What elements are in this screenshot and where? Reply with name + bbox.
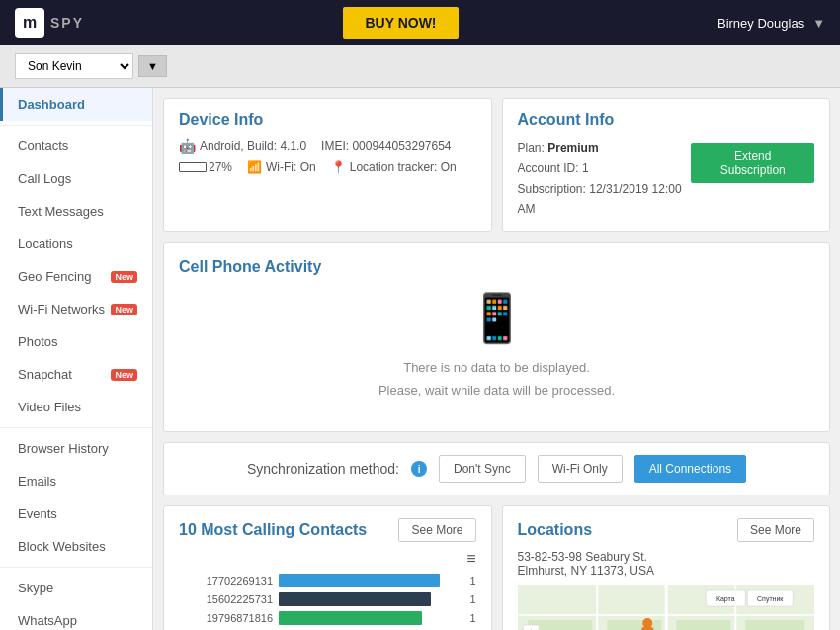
- no-data-line1: There is no data to be displayed.: [179, 356, 814, 379]
- sidebar-item-geo-fencing[interactable]: Geo Fencing New: [0, 260, 152, 293]
- sidebar-label-call-logs: Call Logs: [18, 171, 71, 186]
- extend-subscription-button[interactable]: Extend Subscription: [691, 143, 814, 183]
- chart-bar: [279, 574, 440, 587]
- user-menu[interactable]: Birney Douglas ▼: [717, 16, 825, 31]
- cell-activity-title: Cell Phone Activity: [179, 258, 814, 276]
- sidebar-item-wifi-networks[interactable]: Wi-Fi Networks New: [0, 293, 152, 325]
- device-info-details: 🤖 Android, Build: 4.1.0 IMEI: 0009440532…: [179, 138, 476, 154]
- hamburger-icon[interactable]: ≡: [179, 550, 476, 568]
- all-connections-button[interactable]: All Connections: [634, 455, 746, 483]
- address-line2: Elmhurst, NY 11373, USA: [518, 564, 815, 578]
- android-label: Android, Build: 4.1.0: [200, 139, 306, 153]
- chart-bar-container: [279, 592, 459, 606]
- content-area: Device Info 🤖 Android, Build: 4.1.0 IMEI…: [153, 88, 840, 630]
- imei-label: IMEI: 000944053297654: [321, 139, 451, 153]
- svg-point-26: [642, 618, 652, 628]
- account-info-card: Account Info Plan: Premium Account ID: 1…: [502, 98, 831, 232]
- calling-see-more-button[interactable]: See More: [398, 518, 475, 542]
- sync-card: Synchronization method: i Don't Sync Wi-…: [163, 442, 830, 495]
- location-address: 53-82-53-98 Seabury St. Elmhurst, NY 113…: [518, 550, 815, 578]
- sidebar-label-text-messages: Text Messages: [18, 204, 104, 219]
- imei-info: IMEI: 000944053297654: [321, 139, 451, 153]
- wifi-networks-badge: New: [111, 304, 137, 315]
- sidebar-item-events[interactable]: Events: [0, 497, 152, 530]
- wifi-icon: 📶: [247, 160, 262, 174]
- account-details: Plan: Premium Account ID: 1 Subscription…: [518, 138, 692, 220]
- snapchat-badge: New: [111, 369, 137, 381]
- sidebar-item-snapchat[interactable]: Snapchat New: [0, 358, 152, 391]
- top-row: Device Info 🤖 Android, Build: 4.1.0 IMEI…: [163, 98, 830, 232]
- sidebar-item-skype[interactable]: Skype: [0, 572, 152, 604]
- chart-label: 19796871816: [179, 612, 273, 624]
- sidebar-item-text-messages[interactable]: Text Messages: [0, 195, 152, 227]
- locations-card-header: Locations See More: [518, 518, 815, 542]
- location-info: 📍 Location tracker: On: [331, 160, 457, 174]
- sidebar-label-emails: Emails: [18, 474, 56, 489]
- wifi-info: 📶 Wi-Fi: On: [247, 160, 316, 174]
- map-container: + − Карта Спутник: [518, 585, 815, 630]
- chart-row: 17702269131 1: [179, 574, 476, 587]
- sidebar-label-video-files: Video Files: [18, 400, 81, 414]
- chart-value: 1: [464, 612, 476, 624]
- location-pin-icon: 📍: [331, 160, 346, 174]
- plan-value: Premium: [547, 141, 598, 155]
- sidebar-label-skype: Skype: [18, 581, 53, 595]
- address-line1: 53-82-53-98 Seabury St.: [518, 550, 815, 564]
- user-name: Birney Douglas: [717, 16, 804, 31]
- svg-text:Спутник: Спутник: [757, 595, 784, 603]
- svg-text:Карта: Карта: [715, 595, 734, 603]
- android-icon: 🤖: [179, 138, 196, 154]
- sidebar-label-contacts: Contacts: [18, 138, 68, 153]
- account-label: Account ID:: [518, 161, 579, 175]
- sidebar-item-whatsapp[interactable]: WhatsApp: [0, 604, 152, 630]
- chart-row: 15602225731 1: [179, 592, 476, 606]
- sidebar-item-contacts[interactable]: Contacts: [0, 130, 152, 162]
- sidebar-label-browser-history: Browser History: [18, 441, 109, 456]
- dont-sync-button[interactable]: Don't Sync: [439, 455, 526, 483]
- account-value: 1: [582, 161, 589, 175]
- sidebar-item-photos[interactable]: Photos: [0, 325, 152, 358]
- calling-contacts-card: 10 Most Calling Contacts See More ≡ 1770…: [163, 505, 492, 630]
- phone-icon: 📱: [179, 291, 814, 346]
- sidebar-item-browser-history[interactable]: Browser History: [0, 432, 152, 465]
- wifi-only-button[interactable]: Wi-Fi Only: [538, 455, 623, 483]
- subscription-label: Subscription:: [518, 182, 586, 196]
- location-label: Location tracker: On: [350, 160, 457, 174]
- device-selector[interactable]: Son Kevin: [15, 53, 133, 79]
- chart-bar-container: [279, 574, 459, 587]
- chart-bar: [279, 611, 422, 625]
- chart-value: 1: [464, 593, 476, 605]
- geo-fencing-badge: New: [111, 271, 137, 283]
- sidebar-item-video-files[interactable]: Video Files: [0, 391, 152, 423]
- device-info-card: Device Info 🤖 Android, Build: 4.1.0 IMEI…: [163, 98, 492, 232]
- sidebar-item-locations[interactable]: Locations: [0, 227, 152, 260]
- sidebar-label-wifi-networks: Wi-Fi Networks: [18, 302, 105, 316]
- sidebar-item-call-logs[interactable]: Call Logs: [0, 162, 152, 195]
- user-dropdown-arrow[interactable]: ▼: [812, 16, 825, 31]
- sidebar: Dashboard Contacts Call Logs Text Messag…: [0, 88, 153, 630]
- chart-bar-container: [279, 611, 459, 625]
- logo-area: m SPY: [15, 8, 84, 38]
- sidebar-label-geo-fencing: Geo Fencing: [18, 269, 91, 284]
- sync-info-icon[interactable]: i: [411, 461, 427, 477]
- calling-card-header: 10 Most Calling Contacts See More: [179, 518, 476, 542]
- no-data-line2: Please, wait while data will be processe…: [179, 379, 814, 402]
- buy-now-button[interactable]: BUY NOW!: [343, 7, 458, 39]
- sidebar-label-dashboard: Dashboard: [18, 97, 85, 112]
- header: m SPY BUY NOW! Birney Douglas ▼: [0, 0, 840, 45]
- locations-see-more-button[interactable]: See More: [737, 518, 814, 542]
- sidebar-item-dashboard[interactable]: Dashboard: [0, 88, 152, 121]
- sidebar-label-block-websites: Block Websites: [18, 539, 106, 554]
- spy-label: SPY: [50, 15, 84, 31]
- android-info: 🤖 Android, Build: 4.1.0: [179, 138, 306, 154]
- battery-info: 27%: [179, 160, 232, 174]
- locations-title: Locations: [518, 521, 593, 539]
- sidebar-label-snapchat: Snapchat: [18, 367, 72, 382]
- battery-bar: [179, 162, 207, 172]
- sidebar-item-emails[interactable]: Emails: [0, 465, 152, 497]
- sidebar-item-block-websites[interactable]: Block Websites: [0, 530, 152, 563]
- device-status-row: 27% 📶 Wi-Fi: On 📍 Location tracker: On: [179, 160, 476, 174]
- device-dropdown-button[interactable]: ▼: [138, 55, 167, 77]
- sync-label: Synchronization method:: [247, 461, 399, 477]
- calling-contacts-title: 10 Most Calling Contacts: [179, 521, 367, 539]
